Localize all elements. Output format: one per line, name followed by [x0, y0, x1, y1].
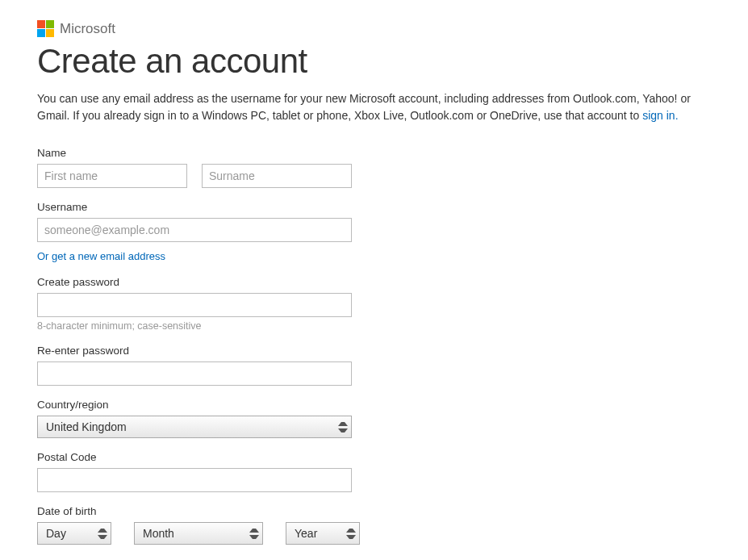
brand-header: Microsoft: [37, 20, 711, 37]
country-label: Country/region: [37, 399, 711, 411]
name-group: Name: [37, 147, 711, 188]
country-group: Country/region United Kingdom: [37, 399, 711, 438]
password-hint: 8-character minimum; case-sensitive: [37, 320, 711, 332]
dob-group: Date of birth Day Month Year: [37, 505, 711, 545]
first-name-input[interactable]: [37, 164, 187, 188]
reenter-password-group: Re-enter password: [37, 345, 711, 386]
username-label: Username: [37, 201, 711, 213]
create-password-input[interactable]: [37, 293, 352, 317]
country-select-wrap[interactable]: United Kingdom: [37, 416, 352, 438]
dob-label: Date of birth: [37, 505, 711, 517]
create-password-label: Create password: [37, 276, 711, 288]
microsoft-logo-icon: [37, 20, 54, 37]
country-select[interactable]: United Kingdom: [38, 416, 351, 437]
reenter-password-input[interactable]: [37, 361, 352, 386]
new-email-link[interactable]: Or get a new email address: [37, 250, 165, 262]
username-group: Username Or get a new email address: [37, 201, 711, 263]
dob-day-select-wrap[interactable]: Day: [37, 522, 111, 545]
brand-name: Microsoft: [60, 21, 115, 37]
name-label: Name: [37, 147, 711, 159]
postal-code-label: Postal Code: [37, 451, 711, 463]
sign-in-link[interactable]: sign in.: [642, 109, 678, 122]
create-password-group: Create password 8-character minimum; cas…: [37, 276, 711, 332]
dob-year-select[interactable]: Year: [286, 523, 359, 544]
reenter-password-label: Re-enter password: [37, 345, 711, 357]
dob-day-select[interactable]: Day: [38, 523, 111, 544]
intro-text: You can use any email address as the use…: [37, 92, 691, 122]
dob-month-select-wrap[interactable]: Month: [134, 522, 263, 545]
page-title: Create an account: [37, 42, 711, 81]
postal-code-group: Postal Code: [37, 451, 711, 492]
dob-year-select-wrap[interactable]: Year: [286, 522, 360, 545]
username-input[interactable]: [37, 218, 352, 242]
postal-code-input[interactable]: [37, 468, 352, 492]
surname-input[interactable]: [202, 164, 352, 188]
intro-paragraph: You can use any email address as the use…: [37, 90, 711, 124]
dob-month-select[interactable]: Month: [135, 523, 262, 544]
